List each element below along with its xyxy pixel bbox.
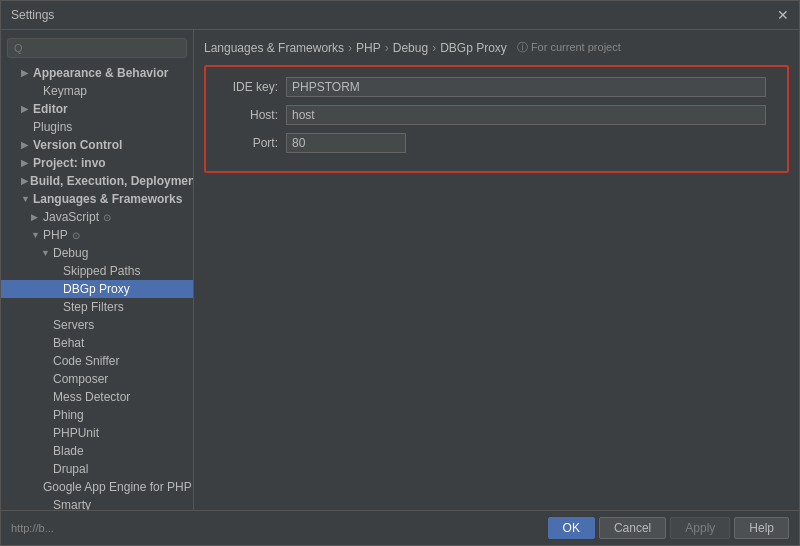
- port-input[interactable]: [286, 133, 406, 153]
- sidebar-item-keymap[interactable]: Keymap: [1, 82, 193, 100]
- port-row: Port:: [216, 133, 777, 153]
- sidebar-item-composer[interactable]: Composer: [1, 370, 193, 388]
- breadcrumb-part-1: Languages & Frameworks: [204, 41, 344, 55]
- sidebar-label-behat: Behat: [53, 336, 84, 350]
- sidebar-label-smarty: Smarty: [53, 498, 91, 510]
- expand-arrow-editor: ▶: [21, 104, 31, 114]
- breadcrumb-part-3: Debug: [393, 41, 428, 55]
- host-label: Host:: [216, 108, 286, 122]
- sidebar: ▶Appearance & BehaviorKeymap▶EditorPlugi…: [1, 30, 194, 510]
- expand-arrow-php: ▼: [31, 230, 41, 240]
- dialog-title: Settings: [11, 8, 54, 22]
- sidebar-label-keymap: Keymap: [43, 84, 87, 98]
- expand-arrow-appearance: ▶: [21, 68, 31, 78]
- sidebar-label-drupal: Drupal: [53, 462, 88, 476]
- sidebar-item-phing[interactable]: Phing: [1, 406, 193, 424]
- sidebar-label-google-app-engine: Google App Engine for PHP: [43, 480, 192, 494]
- sidebar-label-debug: Debug: [53, 246, 88, 260]
- sidebar-label-blade: Blade: [53, 444, 84, 458]
- sidebar-item-project-invo[interactable]: ▶Project: invo: [1, 154, 193, 172]
- expand-arrow-languages: ▼: [21, 194, 31, 204]
- expand-arrow-build: ▶: [21, 176, 28, 186]
- sidebar-label-composer: Composer: [53, 372, 108, 386]
- sidebar-label-editor: Editor: [33, 102, 68, 116]
- sidebar-item-mess-detector[interactable]: Mess Detector: [1, 388, 193, 406]
- ide-key-row: IDE key:: [216, 77, 777, 97]
- search-input[interactable]: [7, 38, 187, 58]
- ide-key-input[interactable]: [286, 77, 766, 97]
- sidebar-item-skipped-paths[interactable]: Skipped Paths: [1, 262, 193, 280]
- settings-panel: IDE key: Host: Port:: [204, 65, 789, 173]
- breadcrumb-note: ⓘ For current project: [517, 40, 621, 55]
- breadcrumb-sep-3: ›: [432, 41, 436, 55]
- sidebar-label-version-control: Version Control: [33, 138, 122, 152]
- sidebar-item-dbgp-proxy[interactable]: DBGp Proxy: [1, 280, 193, 298]
- expand-arrow-project-invo: ▶: [21, 158, 31, 168]
- sidebar-item-version-control[interactable]: ▶Version Control: [1, 136, 193, 154]
- breadcrumb-sep-2: ›: [385, 41, 389, 55]
- sidebar-item-languages[interactable]: ▼Languages & Frameworks: [1, 190, 193, 208]
- sidebar-item-code-sniffer[interactable]: Code Sniffer: [1, 352, 193, 370]
- sidebar-item-appearance[interactable]: ▶Appearance & Behavior: [1, 64, 193, 82]
- sidebar-label-phpunit: PHPUnit: [53, 426, 99, 440]
- expand-arrow-debug: ▼: [41, 248, 51, 258]
- breadcrumb-sep-1: ›: [348, 41, 352, 55]
- host-input[interactable]: [286, 105, 766, 125]
- sidebar-label-plugins: Plugins: [33, 120, 72, 134]
- apply-button[interactable]: Apply: [670, 517, 730, 539]
- settings-dialog: Settings ✕ ▶Appearance & BehaviorKeymap▶…: [0, 0, 800, 546]
- folder-icon-php: ⊙: [72, 230, 80, 241]
- sidebar-label-dbgp-proxy: DBGp Proxy: [63, 282, 130, 296]
- sidebar-label-php: PHP: [43, 228, 68, 242]
- sidebar-label-skipped-paths: Skipped Paths: [63, 264, 140, 278]
- title-bar: Settings ✕: [1, 1, 799, 30]
- sidebar-item-debug[interactable]: ▼Debug: [1, 244, 193, 262]
- sidebar-label-step-filters: Step Filters: [63, 300, 124, 314]
- sidebar-label-mess-detector: Mess Detector: [53, 390, 130, 404]
- sidebar-item-servers[interactable]: Servers: [1, 316, 193, 334]
- sidebar-item-php[interactable]: ▼PHP⊙: [1, 226, 193, 244]
- sidebar-item-blade[interactable]: Blade: [1, 442, 193, 460]
- sidebar-item-smarty[interactable]: Smarty: [1, 496, 193, 510]
- folder-icon-javascript: ⊙: [103, 212, 111, 223]
- breadcrumb: Languages & Frameworks › PHP › Debug › D…: [204, 40, 789, 55]
- footer-url: http://b...: [11, 522, 54, 534]
- sidebar-item-build[interactable]: ▶Build, Execution, Deployment: [1, 172, 193, 190]
- ide-key-label: IDE key:: [216, 80, 286, 94]
- sidebar-item-phpunit[interactable]: PHPUnit: [1, 424, 193, 442]
- sidebar-item-step-filters[interactable]: Step Filters: [1, 298, 193, 316]
- sidebar-item-editor[interactable]: ▶Editor: [1, 100, 193, 118]
- dialog-body: ▶Appearance & BehaviorKeymap▶EditorPlugi…: [1, 30, 799, 510]
- port-label: Port:: [216, 136, 286, 150]
- help-button[interactable]: Help: [734, 517, 789, 539]
- sidebar-label-javascript: JavaScript: [43, 210, 99, 224]
- sidebar-item-javascript[interactable]: ▶JavaScript⊙: [1, 208, 193, 226]
- sidebar-item-google-app-engine[interactable]: Google App Engine for PHP: [1, 478, 193, 496]
- cancel-button[interactable]: Cancel: [599, 517, 666, 539]
- expand-arrow-version-control: ▶: [21, 140, 31, 150]
- main-content: Languages & Frameworks › PHP › Debug › D…: [194, 30, 799, 510]
- sidebar-label-languages: Languages & Frameworks: [33, 192, 182, 206]
- sidebar-label-phing: Phing: [53, 408, 84, 422]
- breadcrumb-part-4: DBGp Proxy: [440, 41, 507, 55]
- dialog-footer: http://b... OK Cancel Apply Help: [1, 510, 799, 545]
- sidebar-label-appearance: Appearance & Behavior: [33, 66, 168, 80]
- sidebar-item-drupal[interactable]: Drupal: [1, 460, 193, 478]
- sidebar-item-plugins[interactable]: Plugins: [1, 118, 193, 136]
- sidebar-label-build: Build, Execution, Deployment: [30, 174, 194, 188]
- breadcrumb-part-2: PHP: [356, 41, 381, 55]
- expand-arrow-javascript: ▶: [31, 212, 41, 222]
- ok-button[interactable]: OK: [548, 517, 595, 539]
- sidebar-item-behat[interactable]: Behat: [1, 334, 193, 352]
- close-button[interactable]: ✕: [777, 7, 789, 23]
- host-row: Host:: [216, 105, 777, 125]
- sidebar-label-code-sniffer: Code Sniffer: [53, 354, 120, 368]
- sidebar-label-project-invo: Project: invo: [33, 156, 106, 170]
- sidebar-label-servers: Servers: [53, 318, 94, 332]
